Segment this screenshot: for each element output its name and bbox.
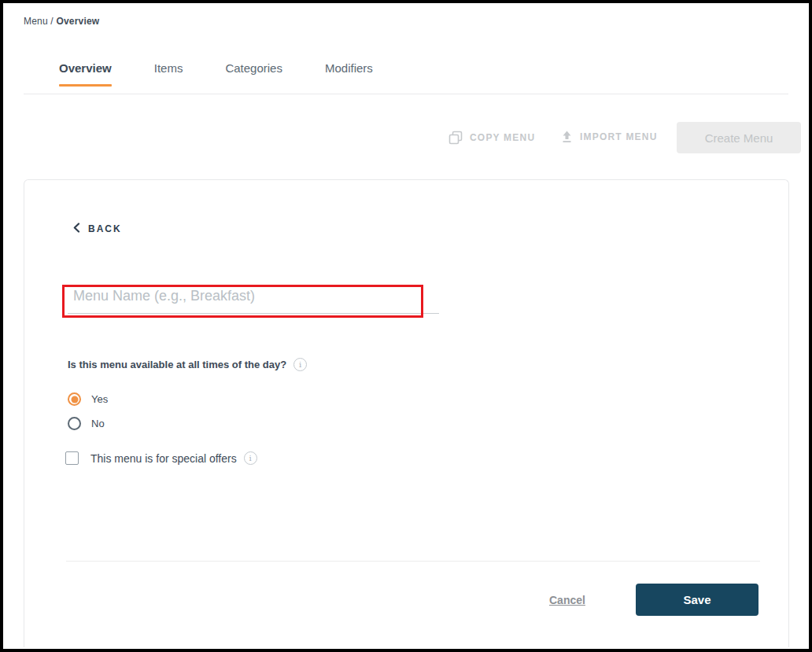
special-offers-checkbox-row[interactable]: This menu is for special offers i — [65, 451, 257, 465]
radio-yes-label: Yes — [91, 393, 108, 405]
tab-modifiers[interactable]: Modifiers — [325, 61, 373, 87]
copy-icon — [448, 131, 463, 145]
upload-icon — [561, 131, 573, 143]
tab-bar-divider — [24, 94, 788, 94]
availability-question-row: Is this menu available at all times of t… — [68, 358, 307, 371]
breadcrumb-link-menu[interactable]: Menu / — [24, 16, 56, 27]
tab-overview[interactable]: Overview — [59, 61, 112, 87]
save-button[interactable]: Save — [636, 584, 758, 616]
radio-option-no[interactable]: No — [68, 417, 105, 430]
cancel-button[interactable]: Cancel — [549, 594, 585, 606]
tab-bar: Overview Items Categories Modifiers — [59, 61, 373, 87]
footer-divider — [66, 561, 760, 562]
breadcrumb-current: Overview — [56, 16, 99, 27]
radio-option-yes[interactable]: Yes — [68, 392, 108, 406]
radio-no-label: No — [91, 418, 105, 429]
import-menu-button[interactable]: IMPORT MENU — [561, 131, 658, 143]
menu-form-card: BACK Is this menu available at all times… — [24, 179, 789, 647]
breadcrumb: Menu / Overview — [24, 16, 99, 27]
import-menu-label: IMPORT MENU — [580, 131, 658, 142]
info-icon[interactable]: i — [244, 451, 257, 465]
radio-unselected-icon — [68, 417, 81, 430]
info-icon[interactable]: i — [293, 358, 307, 371]
special-offers-label: This menu is for special offers — [90, 452, 237, 465]
chevron-left-icon — [73, 223, 80, 235]
menu-name-input[interactable] — [68, 282, 439, 314]
availability-question-label: Is this menu available at all times of t… — [68, 359, 286, 370]
menu-overview-page: Menu / Overview Overview Items Categorie… — [0, 0, 812, 652]
tab-items[interactable]: Items — [154, 61, 183, 87]
copy-menu-label: COPY MENU — [470, 132, 535, 143]
back-link[interactable]: BACK — [73, 223, 122, 235]
radio-selected-icon — [68, 392, 81, 406]
create-menu-button[interactable]: Create Menu — [677, 122, 801, 153]
checkbox-unchecked-icon — [65, 451, 79, 465]
back-label: BACK — [88, 223, 122, 234]
copy-menu-button[interactable]: COPY MENU — [448, 131, 535, 145]
tab-categories[interactable]: Categories — [225, 61, 282, 87]
